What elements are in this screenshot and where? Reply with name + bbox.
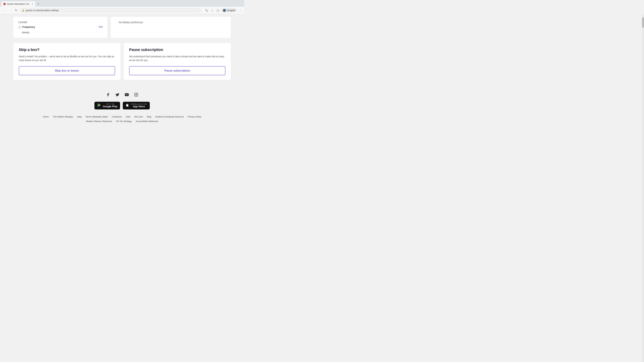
incognito-label: Incognito xyxy=(227,9,235,11)
instagram-icon[interactable] xyxy=(133,92,139,98)
google-play-button[interactable]: GET IT ON Google Play xyxy=(94,102,120,109)
incognito-icon: 👤 xyxy=(223,9,226,12)
footer-link-terms[interactable]: Terms (Website) (Sale) xyxy=(86,115,108,118)
footer-links-row-1: Home This Week's Recipes Help Terms (Web… xyxy=(43,115,201,118)
skip-box-button[interactable]: Skip box or boxes xyxy=(19,66,115,75)
browser-chrome: G Gousto Subscription | Manage Y... × + … xyxy=(0,0,244,14)
dietary-card: No dietary preference xyxy=(111,17,231,38)
apple-icon xyxy=(126,103,129,108)
nav-icons: 🔍 ☆ ⬜ 👤 Incognito ⋮ xyxy=(204,8,242,13)
top-section: 2 people 🕐 Frequency Edit Weekly No diet… xyxy=(14,14,231,38)
facebook-icon[interactable] xyxy=(105,92,111,98)
new-tab-button[interactable]: + xyxy=(36,2,40,6)
clock-icon: 🕐 xyxy=(18,26,21,28)
footer-link-blog[interactable]: Blog xyxy=(147,115,151,118)
social-icons xyxy=(14,92,231,98)
subscription-details-card: 2 people 🕐 Frequency Edit Weekly xyxy=(14,17,107,38)
bookmark-icon-button[interactable]: ☆ xyxy=(210,8,214,13)
pause-subscription-title: Pause subscription xyxy=(129,48,226,52)
extension-icon-button[interactable]: ⬜ xyxy=(216,8,220,13)
skip-box-title: Skip a box? xyxy=(19,48,115,52)
youtube-icon[interactable] xyxy=(124,92,130,98)
footer-link-recipes[interactable]: This Week's Recipes xyxy=(53,115,73,118)
favicon: G xyxy=(3,3,6,5)
action-section: Skip a box? Need a break? No problem – w… xyxy=(14,43,231,80)
google-play-text: GET IT ON Google Play xyxy=(103,103,118,108)
skip-box-description: Need a break? No problem – we're here to… xyxy=(19,55,115,62)
app-store-button[interactable]: Download on the App Store xyxy=(123,102,150,109)
url-text: gousto.co.uk/subscription-settings xyxy=(26,9,199,11)
app-store-name-label: App Store xyxy=(131,105,147,108)
pause-subscription-description: We understand that sometimes you need to… xyxy=(129,55,226,62)
active-tab[interactable]: G Gousto Subscription | Manage Y... × xyxy=(1,1,35,7)
app-store-sub-label: Download on the xyxy=(131,103,147,105)
footer-links: Home This Week's Recipes Help Terms (Web… xyxy=(14,115,231,123)
tab-bar: G Gousto Subscription | Manage Y... × + xyxy=(0,0,244,7)
dietary-preference-text: No dietary preference xyxy=(116,17,146,27)
footer-link-modern-slavery[interactable]: Modern Slavery Statement xyxy=(86,120,112,122)
google-play-name-label: Google Play xyxy=(103,105,118,108)
frequency-value: Weekly xyxy=(22,31,103,34)
google-play-icon xyxy=(97,103,101,108)
footer-link-we-care[interactable]: We Care xyxy=(134,115,143,118)
app-buttons: GET IT ON Google Play Download on the Ap… xyxy=(14,102,231,109)
svg-rect-1 xyxy=(134,93,138,96)
footer-link-student-discount[interactable]: Student & Graduate Discount xyxy=(155,115,184,118)
footer-link-home[interactable]: Home xyxy=(43,115,49,118)
google-play-sub-label: GET IT ON xyxy=(103,103,118,105)
footer-links-row-2: Modern Slavery Statement UK Tax Strategy… xyxy=(86,120,158,122)
skip-box-card: Skip a box? Need a break? No problem – w… xyxy=(14,43,120,80)
page-content: 2 people 🕐 Frequency Edit Weekly No diet… xyxy=(0,14,244,134)
reload-button[interactable]: ↻ xyxy=(14,8,18,13)
forward-button[interactable]: → xyxy=(8,8,12,13)
menu-button[interactable]: ⋮ xyxy=(238,8,242,13)
frequency-row: 🕐 Frequency Edit xyxy=(18,25,103,28)
pause-subscription-card: Pause subscription We understand that so… xyxy=(124,43,231,80)
lock-icon: 🔒 xyxy=(22,9,24,11)
frequency-label: Frequency xyxy=(22,25,98,28)
back-button[interactable]: ← xyxy=(2,8,6,13)
footer-link-help[interactable]: Help xyxy=(77,115,82,118)
address-bar[interactable]: 🔒 gousto.co.uk/subscription-settings xyxy=(20,8,202,12)
nav-bar: ← → ↻ 🔒 gousto.co.uk/subscription-settin… xyxy=(0,7,244,14)
search-icon-button[interactable]: 🔍 xyxy=(204,8,209,13)
incognito-button[interactable]: 👤 Incognito xyxy=(221,8,237,12)
people-count: 2 people xyxy=(18,21,103,23)
tab-title: Gousto Subscription | Manage Y... xyxy=(7,3,30,5)
twitter-icon[interactable] xyxy=(114,92,120,98)
footer-link-uk-tax[interactable]: UK Tax Strategy xyxy=(116,120,132,122)
app-store-text: Download on the App Store xyxy=(131,103,147,108)
footer-link-cookbook[interactable]: Cookbook xyxy=(112,115,122,118)
footer-link-accessibility[interactable]: Accessibility Statement xyxy=(136,120,158,122)
pause-subscription-button[interactable]: Pause subscription xyxy=(129,66,226,75)
footer-link-privacy[interactable]: Privacy Policy xyxy=(188,115,201,118)
tab-close-button[interactable]: × xyxy=(32,3,33,5)
frequency-edit-link[interactable]: Edit xyxy=(98,25,103,28)
footer: GET IT ON Google Play Download on the Ap… xyxy=(14,87,231,127)
footer-link-jobs[interactable]: Jobs xyxy=(126,115,130,118)
